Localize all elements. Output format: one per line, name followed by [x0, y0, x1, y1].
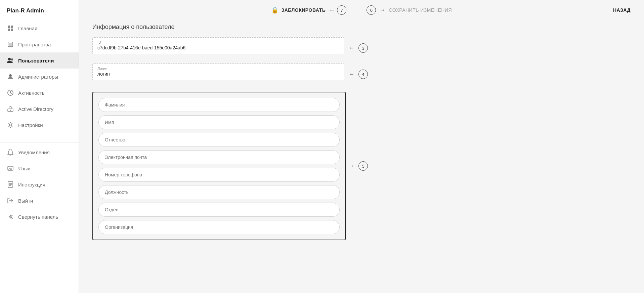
- lock-icon: 🔒: [271, 6, 279, 14]
- logout-icon: [7, 197, 14, 204]
- sidebar-item-language[interactable]: AB Язык: [0, 160, 79, 176]
- id-value: c7dcdf9b-27b4-416e-baed-155e00a24ab6: [97, 45, 339, 50]
- sidebar-item-collapse-label: Свернуть панель: [18, 214, 58, 220]
- sidebar: Plan-R Admin Главная Пространства Пользо…: [0, 0, 79, 293]
- page-content: Информация о пользователе ID c7dcdf9b-27…: [79, 20, 381, 254]
- sidebar-item-instructions-label: Инструкция: [18, 182, 45, 187]
- login-label: Логин: [97, 67, 339, 71]
- block-label: ЗАБЛОКИРОВАТЬ: [281, 7, 326, 13]
- sidebar-item-active-directory[interactable]: Active Directory: [0, 101, 79, 117]
- phone-input[interactable]: [98, 168, 340, 182]
- back-button[interactable]: НАЗАД: [613, 7, 631, 13]
- toolbar: 🔒 ЗАБЛОКИРОВАТЬ ← 7 6 → СОХРАНИТЬ ИЗМЕНЕ…: [79, 0, 644, 20]
- section-title: Информация о пользователе: [92, 24, 368, 31]
- svg-rect-1: [11, 26, 13, 28]
- svg-point-11: [10, 110, 11, 111]
- sidebar-item-settings-label: Настройки: [18, 122, 43, 128]
- annotation-4: 4: [358, 70, 368, 79]
- sidebar-item-home-label: Главная: [18, 26, 37, 31]
- sidebar-item-notifications-label: Уведомления: [18, 150, 50, 155]
- svg-point-12: [9, 124, 11, 126]
- id-label: ID: [97, 40, 339, 44]
- sidebar-nav: Главная Пространства Пользователи Админи…: [0, 20, 79, 293]
- sidebar-bottom: Уведомления AB Язык Инструкция Выйти: [0, 142, 79, 225]
- firstname-input[interactable]: [98, 115, 340, 129]
- app-title: Plan-R Admin: [0, 0, 79, 20]
- spaces-icon: [7, 41, 14, 48]
- middlename-input[interactable]: [98, 133, 340, 147]
- notifications-icon: [7, 149, 14, 156]
- email-input[interactable]: [98, 150, 340, 164]
- svg-rect-5: [9, 43, 12, 46]
- svg-text:AB: AB: [8, 167, 12, 170]
- login-value: логин: [97, 71, 339, 77]
- save-button[interactable]: СОХРАНИТЬ ИЗМЕНЕНИЯ: [389, 7, 452, 13]
- main-content: 🔒 ЗАБЛОКИРОВАТЬ ← 7 6 → СОХРАНИТЬ ИЗМЕНЕ…: [79, 0, 644, 293]
- sidebar-item-home[interactable]: Главная: [0, 20, 79, 36]
- sidebar-item-users[interactable]: Пользователи: [0, 52, 79, 69]
- toolbar-center: 🔒 ЗАБЛОКИРОВАТЬ ← 7 6 → СОХРАНИТЬ ИЗМЕНЕ…: [271, 5, 452, 15]
- annotation-5: 5: [358, 161, 368, 171]
- sidebar-item-admins[interactable]: Администраторы: [0, 69, 79, 85]
- active-directory-icon: [7, 105, 14, 113]
- login-field-container: Логин логин: [92, 64, 344, 80]
- svg-rect-3: [11, 29, 13, 31]
- sidebar-item-notifications[interactable]: Уведомления: [0, 144, 79, 160]
- home-icon: [7, 25, 14, 32]
- sidebar-item-settings[interactable]: Настройки: [0, 117, 79, 133]
- sidebar-item-users-label: Пользователи: [18, 58, 54, 64]
- sidebar-item-logout[interactable]: Выйти: [0, 193, 79, 209]
- svg-point-6: [8, 58, 11, 60]
- annotation-3: 3: [358, 43, 368, 53]
- sidebar-item-collapse[interactable]: Свернуть панель: [0, 209, 79, 225]
- language-icon: AB: [7, 165, 14, 172]
- svg-rect-2: [8, 29, 10, 31]
- sidebar-item-activity-label: Активность: [18, 90, 45, 96]
- sidebar-item-spaces[interactable]: Пространства: [0, 36, 79, 52]
- activity-icon: [7, 89, 14, 96]
- organization-input[interactable]: [98, 220, 340, 234]
- id-field-container: ID c7dcdf9b-27b4-416e-baed-155e00a24ab6: [92, 37, 344, 54]
- lastname-input[interactable]: [98, 98, 340, 112]
- sidebar-item-activity[interactable]: Активность: [0, 85, 79, 101]
- settings-icon: [7, 121, 14, 129]
- user-form-box: [92, 92, 346, 240]
- department-input[interactable]: [98, 203, 340, 217]
- instructions-icon: [7, 181, 14, 188]
- sidebar-item-logout-label: Выйти: [18, 198, 33, 204]
- toolbar-right: НАЗАД: [613, 7, 631, 13]
- sidebar-item-admins-label: Администраторы: [18, 74, 58, 80]
- position-input[interactable]: [98, 185, 340, 199]
- annotation-6: 6: [367, 5, 376, 15]
- svg-rect-0: [8, 26, 10, 28]
- sidebar-item-instructions[interactable]: Инструкция: [0, 176, 79, 193]
- collapse-icon: [7, 213, 14, 220]
- admins-icon: [7, 73, 14, 80]
- sidebar-item-language-label: Язык: [18, 166, 30, 171]
- users-icon: [7, 57, 14, 64]
- block-button[interactable]: 🔒 ЗАБЛОКИРОВАТЬ: [271, 6, 326, 14]
- sidebar-item-active-directory-label: Active Directory: [18, 106, 53, 112]
- sidebar-item-spaces-label: Пространства: [18, 42, 51, 47]
- svg-point-7: [11, 58, 13, 60]
- annotation-7: 7: [337, 5, 346, 15]
